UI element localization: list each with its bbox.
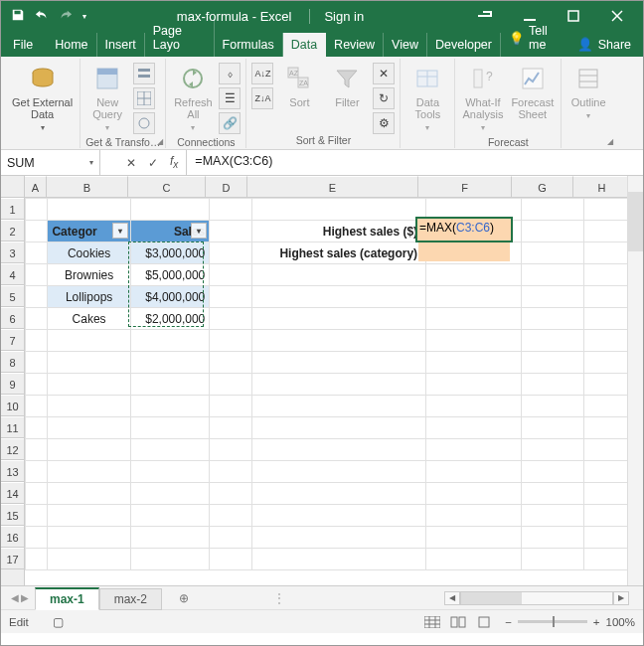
outline-button[interactable]: Outline▾ — [566, 61, 610, 124]
properties-icon[interactable]: ☰ — [219, 87, 241, 109]
filter-button[interactable]: Filter — [325, 61, 369, 110]
row-header[interactable]: 2 — [1, 220, 24, 242]
row-header[interactable]: 9 — [1, 373, 24, 395]
table-cell[interactable]: $5,000,000 — [130, 264, 209, 286]
tab-developer[interactable]: Developer — [427, 33, 501, 57]
sheet-next-icon[interactable]: ▶ — [21, 592, 29, 603]
column-header[interactable]: H — [573, 176, 631, 198]
column-header[interactable]: C — [128, 176, 206, 198]
tab-view[interactable]: View — [384, 33, 427, 57]
macro-record-icon[interactable]: ▢ — [53, 615, 64, 629]
table-cell[interactable]: Cookies — [48, 242, 130, 264]
row-header[interactable]: 15 — [1, 504, 24, 526]
get-external-data-button[interactable]: Get External Data▾ — [10, 61, 75, 136]
table-cell[interactable]: $4,000,000 — [130, 286, 209, 308]
table-cell[interactable]: $3,000,000 — [130, 242, 209, 264]
sheet-tab-max1[interactable]: max-1 — [35, 587, 99, 610]
vertical-scrollbar[interactable] — [627, 176, 643, 585]
row-header[interactable]: 10 — [1, 395, 24, 416]
new-query-button[interactable]: New Query▾ — [85, 61, 129, 136]
row-header[interactable]: 12 — [1, 438, 24, 460]
column-header[interactable]: D — [206, 176, 247, 198]
tab-review[interactable]: Review — [326, 33, 384, 57]
show-queries-icon[interactable] — [133, 63, 155, 84]
filter-icon[interactable]: ▾ — [191, 223, 207, 239]
column-header[interactable]: B — [47, 176, 128, 198]
horizontal-scrollbar[interactable] — [460, 591, 613, 605]
clear-filter-icon[interactable]: ✕ — [373, 63, 395, 84]
zoom-level[interactable]: 100% — [606, 616, 635, 628]
zoom-slider[interactable] — [518, 620, 587, 623]
tab-data[interactable]: Data — [283, 33, 326, 57]
close-icon[interactable] — [595, 1, 639, 31]
svg-rect-26 — [523, 69, 543, 88]
tab-home[interactable]: Home — [47, 33, 96, 57]
name-box[interactable]: SUM▾ — [1, 150, 100, 175]
row-header[interactable]: 11 — [1, 416, 24, 438]
view-page-break-icon[interactable] — [472, 613, 496, 631]
row-header[interactable]: 16 — [1, 526, 24, 548]
tab-file[interactable]: File — [5, 33, 47, 57]
row-header[interactable]: 8 — [1, 351, 24, 373]
scroll-left-icon[interactable]: ◀ — [444, 591, 460, 605]
tab-tell-me[interactable]: 💡Tell me — [501, 19, 569, 57]
data-tools-button[interactable]: Data Tools▾ — [405, 61, 449, 136]
row-header[interactable]: 1 — [1, 198, 24, 220]
redo-icon[interactable] — [59, 8, 73, 25]
column-header[interactable]: G — [512, 176, 573, 198]
table-cell[interactable]: Brownies — [48, 264, 130, 286]
sort-desc-icon[interactable]: Z↓A — [251, 87, 273, 109]
column-header[interactable]: F — [418, 176, 512, 198]
tab-insert[interactable]: Insert — [97, 33, 145, 57]
row-header[interactable]: 7 — [1, 329, 24, 351]
spreadsheet-grid[interactable]: 1 2 3 4 5 6 7 8 9 10 11 12 13 14 15 16 1… — [1, 176, 643, 585]
view-normal-icon[interactable] — [420, 613, 444, 631]
cancel-formula-icon[interactable]: ✕ — [126, 156, 136, 170]
table-cell[interactable]: Lollipops — [48, 286, 130, 308]
row-header[interactable]: 3 — [1, 242, 24, 263]
row-header[interactable]: 5 — [1, 285, 24, 307]
sheet-prev-icon[interactable]: ◀ — [11, 592, 19, 603]
cell-editor[interactable]: =MAX(C3:C6) — [417, 219, 511, 241]
row-header[interactable]: 6 — [1, 307, 24, 329]
edit-links-icon[interactable]: 🔗 — [219, 112, 241, 134]
view-page-layout-icon[interactable] — [446, 613, 470, 631]
share-button[interactable]: 👤Share — [569, 32, 639, 57]
whatif-button[interactable]: ?What-If Analysis▾ — [460, 61, 505, 136]
tab-formulas[interactable]: Formulas — [215, 33, 283, 57]
zoom-in-icon[interactable]: + — [593, 616, 600, 628]
save-icon[interactable] — [11, 8, 25, 25]
undo-icon[interactable] — [35, 8, 49, 25]
zoom-out-icon[interactable]: − — [505, 616, 512, 628]
add-sheet-icon[interactable]: ⊕ — [174, 588, 194, 608]
forecast-sheet-button[interactable]: Forecast Sheet — [509, 61, 556, 122]
connections-icon[interactable]: ⬨ — [219, 63, 241, 84]
recent-sources-icon[interactable] — [133, 112, 155, 134]
sort-button[interactable]: AZZASort — [277, 61, 321, 110]
accept-formula-icon[interactable]: ✓ — [148, 156, 158, 170]
select-all-corner[interactable] — [1, 176, 24, 198]
row-header[interactable]: 17 — [1, 548, 24, 569]
svg-rect-24 — [474, 70, 482, 87]
from-table-icon[interactable] — [133, 87, 155, 109]
sheet-tab-max2[interactable]: max-2 — [99, 588, 162, 610]
table-cell[interactable]: $2,000,000 — [130, 308, 209, 330]
table-cell[interactable]: Cakes — [48, 308, 130, 330]
qat-dropdown-icon[interactable]: ▾ — [82, 12, 86, 21]
scroll-right-icon[interactable]: ▶ — [613, 591, 629, 605]
row-header[interactable]: 13 — [1, 460, 24, 482]
svg-rect-36 — [459, 617, 465, 627]
column-header[interactable]: E — [247, 176, 418, 198]
advanced-icon[interactable]: ⚙ — [373, 112, 395, 134]
filter-icon[interactable]: ▾ — [112, 223, 128, 239]
row-header[interactable]: 4 — [1, 263, 24, 285]
column-header[interactable]: A — [25, 176, 47, 198]
formula-input[interactable]: =MAX(C3:C6) — [187, 150, 643, 175]
tab-page-layout[interactable]: Page Layo — [145, 19, 215, 57]
sort-asc-icon[interactable]: A↓Z — [251, 63, 273, 84]
row-header[interactable]: 14 — [1, 482, 24, 504]
reapply-icon[interactable]: ↻ — [373, 87, 395, 109]
refresh-all-button[interactable]: Refresh All▾ — [171, 61, 215, 136]
fx-icon[interactable]: fx — [170, 154, 178, 170]
sign-in-link[interactable]: Sign in — [309, 9, 364, 24]
